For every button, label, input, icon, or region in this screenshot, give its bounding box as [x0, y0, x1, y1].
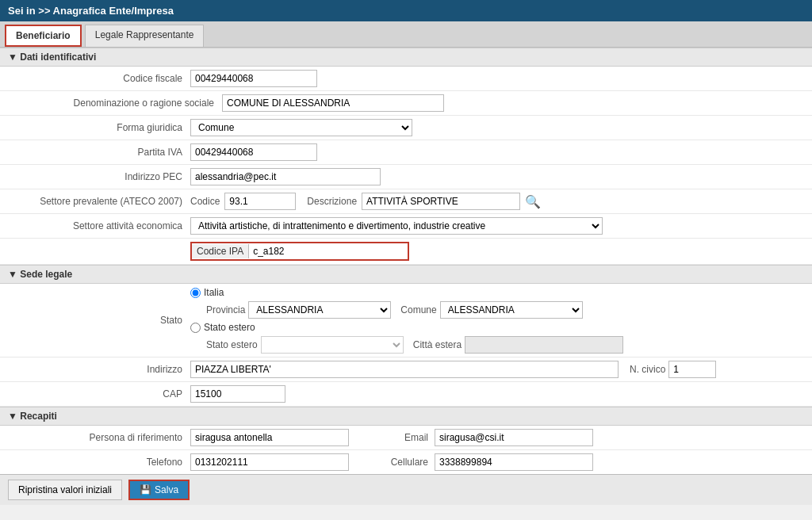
label-italia: Italia — [204, 287, 224, 298]
codice-ipa-label: Codice IPA — [192, 244, 249, 258]
row-forma-giuridica: Forma giuridica Comune — [0, 116, 812, 140]
input-codice-ipa[interactable] — [249, 243, 408, 259]
row-settore-attivita: Settore attività economica Attività arti… — [0, 214, 812, 239]
descrizione-label: Descrizione — [307, 196, 357, 207]
row-persona-email: Persona di riferimento Email — [0, 426, 812, 450]
select-stato-estero[interactable] — [261, 336, 404, 354]
tab-beneficiario[interactable]: Beneficiario — [5, 25, 82, 47]
radio-stato-estero[interactable] — [190, 323, 201, 333]
label-cellulare: Cellulare — [381, 457, 428, 468]
radio-stato-estero-row: Stato estero — [190, 322, 623, 333]
input-codice-fiscale[interactable] — [190, 70, 317, 87]
input-indirizzo-pec[interactable] — [190, 168, 381, 185]
row-codice-fiscale: Codice fiscale — [0, 67, 812, 91]
row-partita-iva: Partita IVA — [0, 140, 812, 165]
section-sede-legale: Sede legale — [0, 265, 812, 284]
ateco-row: Codice Descrizione 🔍 — [190, 193, 541, 210]
section-dati-identificativi: Dati identificativi — [0, 48, 812, 67]
row-telefono-cellulare: Telefono Cellulare — [0, 450, 812, 474]
select-provincia[interactable]: ALESSANDRIA — [248, 301, 391, 319]
codice-label: Codice — [190, 196, 220, 207]
row-cap: CAP — [0, 382, 812, 407]
label-email: Email — [381, 432, 428, 443]
input-ateco-codice[interactable] — [224, 193, 296, 210]
section-recapiti: Recapiti — [0, 407, 812, 426]
title-bar: Sei in >> Anagrafica Ente/Impresa — [0, 0, 812, 21]
label-stato-estero-field: Stato estero — [206, 339, 258, 350]
radio-italia[interactable] — [190, 288, 201, 298]
tab-legale-rappresentante[interactable]: Legale Rappresentante — [85, 25, 205, 47]
input-n-civico[interactable] — [668, 361, 716, 378]
tabs-bar: Beneficiario Legale Rappresentante — [0, 21, 812, 48]
label-settore-ateco: Settore prevalente (ATECO 2007) — [16, 196, 190, 207]
label-citta-estera: Città estera — [413, 339, 462, 350]
input-indirizzo[interactable] — [190, 361, 619, 378]
provincia-row: Provincia ALESSANDRIA Comune ALESSANDRIA — [206, 301, 623, 319]
label-provincia: Provincia — [206, 304, 245, 315]
select-settore-attivita[interactable]: Attività artistiche, di intrattenimento … — [190, 217, 603, 235]
save-icon: 💾 — [140, 484, 151, 495]
label-stato-estero: Stato estero — [204, 322, 255, 333]
input-ateco-descrizione[interactable] — [362, 193, 520, 210]
label-n-civico: N. civico — [630, 364, 665, 375]
label-telefono: Telefono — [16, 457, 190, 468]
label-denominazione: Denominazione o ragione sociale — [16, 98, 222, 109]
radio-italia-row: Italia — [190, 287, 623, 298]
label-forma-giuridica: Forma giuridica — [16, 122, 190, 133]
label-codice-fiscale: Codice fiscale — [16, 73, 190, 84]
select-comune[interactable]: ALESSANDRIA — [440, 301, 583, 319]
input-citta-estera[interactable] — [465, 336, 623, 354]
label-indirizzo-pec: Indirizzo PEC — [16, 171, 190, 182]
label-persona-riferimento: Persona di riferimento — [16, 432, 190, 443]
input-cap[interactable] — [190, 385, 285, 403]
indirizzo-row: N. civico — [190, 361, 716, 378]
row-indirizzo-pec: Indirizzo PEC — [0, 165, 812, 189]
row-stato: Stato Italia Provincia ALESSANDRIA Comun… — [0, 284, 812, 358]
label-stato: Stato — [16, 315, 190, 326]
footer-bar: Ripristina valori iniziali 💾 Salva — [0, 474, 812, 505]
input-telefono[interactable] — [190, 453, 349, 471]
label-indirizzo: Indirizzo — [16, 364, 190, 375]
label-comune: Comune — [400, 304, 436, 315]
codice-ipa-wrapper: Codice IPA — [190, 242, 409, 261]
content-area: Dati identificativi Codice fiscale Denom… — [0, 48, 812, 474]
salva-label: Salva — [155, 484, 178, 495]
search-icon[interactable]: 🔍 — [525, 194, 541, 209]
row-indirizzo: Indirizzo N. civico — [0, 358, 812, 382]
title-text: Sei in >> Anagrafica Ente/Impresa — [8, 5, 174, 17]
select-forma-giuridica[interactable]: Comune — [190, 119, 412, 136]
salva-button[interactable]: 💾 Salva — [128, 480, 190, 500]
input-persona-riferimento[interactable] — [190, 429, 349, 446]
stato-estero-row: Stato estero Città estera — [206, 336, 623, 354]
row-codice-ipa: Codice IPA — [0, 239, 812, 265]
row-denominazione: Denominazione o ragione sociale — [0, 91, 812, 116]
input-email[interactable] — [435, 429, 593, 446]
input-partita-iva[interactable] — [190, 143, 317, 161]
label-settore-attivita: Settore attività economica — [16, 220, 190, 231]
input-cellulare[interactable] — [435, 453, 593, 471]
ripristina-button[interactable]: Ripristina valori iniziali — [8, 480, 122, 500]
row-settore-ateco: Settore prevalente (ATECO 2007) Codice D… — [0, 189, 812, 214]
label-partita-iva: Partita IVA — [16, 147, 190, 158]
input-denominazione[interactable] — [222, 94, 444, 112]
label-cap: CAP — [16, 388, 190, 400]
